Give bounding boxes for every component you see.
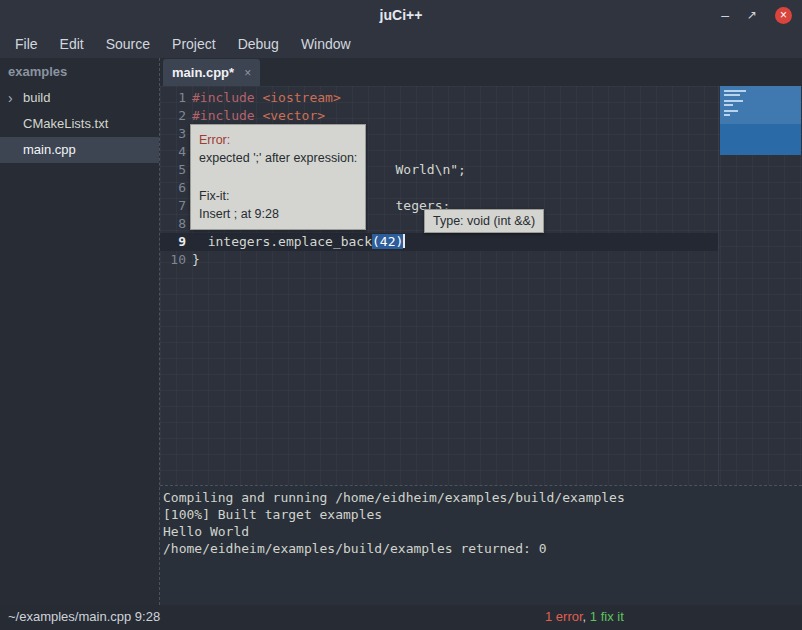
line-number: 8 xyxy=(160,215,186,233)
line-number: 3 xyxy=(160,125,186,143)
status-location: ~/examples/main.cpp 9:28 xyxy=(8,609,160,624)
tree-item-main.cpp[interactable]: main.cpp xyxy=(0,137,159,163)
diagnostics-separator: , xyxy=(583,609,590,624)
menu-project[interactable]: Project xyxy=(161,30,227,58)
sidebar: examples ›buildCMakeLists.txtmain.cpp xyxy=(0,58,160,605)
minimap-line-mark xyxy=(724,90,746,92)
project-header: examples xyxy=(0,58,159,85)
code-line[interactable]: #include <iostream> xyxy=(192,89,718,107)
type-tooltip: Type: void (int &&) xyxy=(424,209,544,233)
tab-label: main.cpp* xyxy=(172,65,234,80)
text-caret xyxy=(403,234,405,248)
tree-item-build[interactable]: ›build xyxy=(0,85,159,111)
minimap-line-mark xyxy=(724,110,738,112)
window-title: juCi++ xyxy=(0,0,802,30)
minimize-button[interactable]: – xyxy=(721,8,729,22)
line-number: 6 xyxy=(160,179,186,197)
menu-window[interactable]: Window xyxy=(290,30,362,58)
tree-item-label: CMakeLists.txt xyxy=(23,116,108,131)
menu-source[interactable]: Source xyxy=(95,30,161,58)
close-button[interactable]: × xyxy=(775,7,792,24)
output-line: [100%] Built target examples xyxy=(163,506,802,523)
juci-window: juCi++ – ↗ × FileEditSourceProjectDebugW… xyxy=(0,0,802,630)
code-segment: <iostream> xyxy=(262,90,340,105)
code-segment: #include xyxy=(192,90,262,105)
output-line: Hello World xyxy=(163,523,802,540)
code-segment: } xyxy=(192,252,200,267)
chevron-right-icon[interactable]: › xyxy=(8,85,13,111)
line-number: 4 xyxy=(160,143,186,161)
fixit-count: 1 fix it xyxy=(590,609,624,624)
menu-file[interactable]: File xyxy=(4,30,49,58)
menubar: FileEditSourceProjectDebugWindow xyxy=(0,30,802,58)
window-controls: – ↗ × xyxy=(721,0,792,30)
fixit-text: Insert ; at 9:28 xyxy=(199,205,357,223)
main-area: main.cpp* × #include <iostream>#include … xyxy=(160,58,802,605)
tab-close-icon[interactable]: × xyxy=(244,66,251,80)
error-count: 1 error xyxy=(545,609,583,624)
line-number: 1 xyxy=(160,89,186,107)
output-line: Compiling and running /home/eidheim/exam… xyxy=(163,489,802,506)
error-tooltip-message: expected ';' after expression: xyxy=(199,149,357,167)
minimap-line-mark xyxy=(724,100,743,102)
code-line[interactable]: #include <vector> xyxy=(192,107,718,125)
code-segment: integers.emplace_back xyxy=(192,234,372,249)
minimap-line-mark xyxy=(724,104,733,106)
restore-button[interactable]: ↗ xyxy=(747,9,757,21)
output-line: /home/eidheim/examples/build/examples re… xyxy=(163,540,802,557)
line-number: 10 xyxy=(160,251,186,269)
fixit-title: Fix-it: xyxy=(199,187,357,205)
code-segment: <vector> xyxy=(262,108,325,123)
statusbar: ~/examples/main.cpp 9:28 1 error, 1 fix … xyxy=(0,605,802,630)
error-tooltip: Error: expected ';' after expression: Fi… xyxy=(190,124,366,230)
code-line[interactable]: integers.emplace_back(42) xyxy=(160,233,718,251)
output-panel[interactable]: Compiling and running /home/eidheim/exam… xyxy=(160,485,802,605)
tabbar: main.cpp* × xyxy=(160,58,802,86)
code-segment: #include xyxy=(192,108,262,123)
line-number: 7 xyxy=(160,197,186,215)
status-diagnostics: 1 error, 1 fix it xyxy=(545,609,624,624)
right-margin-line xyxy=(718,86,719,485)
tree-item-label: build xyxy=(23,90,50,105)
minimap[interactable] xyxy=(720,86,801,155)
code-segment: (42) xyxy=(372,234,403,249)
minimap-line-mark xyxy=(724,94,740,96)
tree-item-cmakelists.txt[interactable]: CMakeLists.txt xyxy=(0,111,159,137)
tree-item-label: main.cpp xyxy=(23,142,76,157)
close-icon: × xyxy=(780,9,787,21)
menu-edit[interactable]: Edit xyxy=(49,30,95,58)
file-tree: ›buildCMakeLists.txtmain.cpp xyxy=(0,85,159,163)
code-line[interactable]: } xyxy=(192,251,718,269)
line-number: 5 xyxy=(160,161,186,179)
tab-main-cpp[interactable]: main.cpp* × xyxy=(163,59,260,86)
line-number-gutter: 12345678910 xyxy=(160,89,186,269)
menu-debug[interactable]: Debug xyxy=(227,30,290,58)
code-editor[interactable]: #include <iostream>#include <vector> Wor… xyxy=(160,86,802,485)
titlebar[interactable]: juCi++ – ↗ × xyxy=(0,0,802,30)
line-number: 9 xyxy=(160,233,186,251)
error-tooltip-title: Error: xyxy=(199,131,357,149)
minimap-line-mark xyxy=(724,114,730,116)
line-number: 2 xyxy=(160,107,186,125)
